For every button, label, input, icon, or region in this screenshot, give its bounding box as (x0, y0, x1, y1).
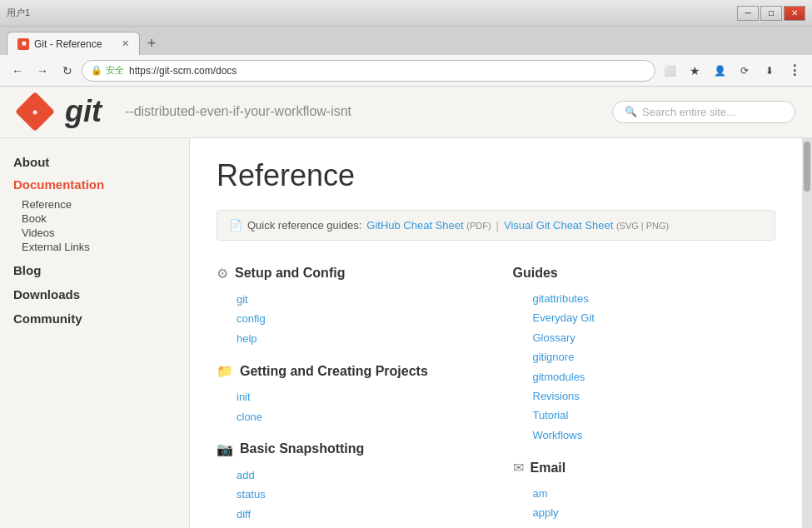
link-commit[interactable]: commit (237, 524, 480, 528)
link-git[interactable]: git (237, 290, 480, 309)
menu-button[interactable]: ⋮ (784, 60, 805, 82)
github-cheat-link[interactable]: GitHub Cheat Sheet (PDF) (366, 219, 491, 232)
minimize-button[interactable]: ─ (737, 6, 759, 21)
site-tagline: --distributed-even-if-your-workflow-isnt (125, 104, 351, 119)
git-logo-diamond: ◆ (17, 93, 53, 130)
scrollbar[interactable] (802, 138, 812, 528)
security-icon: 🔒 (91, 65, 102, 76)
history-button[interactable]: ⟳ (734, 60, 755, 82)
link-add[interactable]: add (237, 466, 480, 485)
reload-button[interactable]: ↻ (57, 60, 78, 82)
new-tab-button[interactable]: + (140, 32, 163, 55)
maximize-button[interactable]: □ (760, 6, 782, 21)
camera-icon: 📷 (217, 441, 233, 457)
site-search-box[interactable]: 🔍 Search entire site... (612, 101, 795, 123)
sidebar-item-videos[interactable]: Videos (22, 227, 176, 239)
user-label: 用户1 (7, 7, 30, 19)
email-icon: ✉ (513, 460, 524, 476)
active-tab[interactable]: ◆ Git - Reference ✕ (7, 32, 140, 55)
quick-ref-label: Quick reference guides: (247, 219, 361, 232)
link-clone[interactable]: clone (237, 407, 480, 426)
git-favicon-icon: ◆ (19, 38, 28, 47)
sidebar-downloads[interactable]: Downloads (13, 287, 176, 301)
guides-links: gitattributes Everyday Git Glossary giti… (533, 289, 776, 445)
link-diff[interactable]: diff (237, 505, 480, 524)
guides-header: Guides (513, 266, 776, 281)
link-gitattributes[interactable]: gitattributes (533, 289, 776, 308)
forward-button[interactable]: → (32, 60, 53, 82)
page-title: Reference (217, 158, 775, 193)
visual-git-link[interactable]: Visual Git Cheat Sheet (SVG | PNG) (504, 219, 669, 232)
getting-creating-title: Getting and Creating Projects (240, 364, 428, 379)
page-body: About Documentation Reference Book Video… (0, 138, 812, 528)
search-icon: 🔍 (625, 106, 637, 117)
main-content: Reference 📄 Quick reference guides: GitH… (190, 138, 802, 528)
sidebar-blog[interactable]: Blog (13, 263, 176, 277)
link-init[interactable]: init (237, 387, 480, 406)
sidebar-item-external-links[interactable]: External Links (22, 241, 176, 253)
sidebar-community[interactable]: Community (13, 311, 176, 326)
link-am[interactable]: am (533, 484, 776, 503)
address-bar[interactable]: 🔒 安全 https://git-scm.com/docs (82, 60, 655, 82)
sidebar-about[interactable]: About (13, 155, 176, 169)
link-status[interactable]: status (237, 485, 480, 504)
quick-ref-bar: 📄 Quick reference guides: GitHub Cheat S… (217, 210, 775, 241)
tab-favicon: ◆ (17, 38, 29, 50)
link-config[interactable]: config (237, 309, 480, 328)
content-columns: ⚙ Setup and Config git config help 📁 Get… (217, 261, 775, 528)
git-logo: ◆ git (17, 93, 102, 130)
link-apply[interactable]: apply (533, 503, 776, 522)
github-cheat-suffix: (PDF) (466, 221, 491, 231)
sidebar: About Documentation Reference Book Video… (0, 138, 190, 528)
link-gitmodules[interactable]: gitmodules (533, 367, 776, 386)
git-symbol-icon: ◆ (32, 108, 37, 116)
visual-git-suffix: (SVG | PNG) (616, 221, 669, 231)
documentation-label: Documentation (13, 177, 104, 192)
sidebar-item-book[interactable]: Book (22, 212, 176, 225)
setup-config-title: Setup and Config (235, 266, 345, 281)
getting-creating-links: init clone (237, 387, 480, 426)
link-format-patch[interactable]: format-patch (533, 523, 776, 528)
diamond-shape: ◆ (15, 92, 55, 132)
setup-config-links: git config help (237, 290, 480, 348)
full-page: ◆ git --distributed-even-if-your-workflo… (0, 87, 812, 528)
email-title: Email (531, 461, 566, 476)
cast-button[interactable]: ⬜ (659, 60, 680, 82)
nav-actions: ⬜ ★ 👤 ⟳ ⬇ ⋮ (659, 60, 805, 82)
tab-bar: ◆ Git - Reference ✕ + (0, 27, 812, 55)
back-button[interactable]: ← (7, 60, 28, 82)
link-revisions[interactable]: Revisions (533, 386, 776, 406)
visual-git-label: Visual Git Cheat Sheet (504, 219, 613, 232)
basic-snapshotting-title: Basic Snapshotting (240, 441, 364, 456)
getting-creating-header: 📁 Getting and Creating Projects (217, 363, 480, 379)
quick-ref-icon: 📄 (229, 219, 242, 232)
url-text: https://git-scm.com/docs (129, 65, 237, 77)
setup-config-header: ⚙ Setup and Config (217, 266, 480, 281)
sidebar-item-reference[interactable]: Reference (22, 198, 176, 211)
close-button[interactable]: ✕ (784, 6, 805, 21)
link-tutorial[interactable]: Tutorial (533, 406, 776, 425)
guides-title: Guides (513, 266, 558, 281)
tab-close-button[interactable]: ✕ (122, 38, 129, 49)
link-workflows[interactable]: Workflows (533, 426, 776, 445)
link-gitignore[interactable]: gitignore (533, 347, 776, 366)
link-help[interactable]: help (237, 329, 480, 348)
window-controls: ─ □ ✕ (737, 6, 805, 21)
link-everyday-git[interactable]: Everyday Git (533, 308, 776, 327)
folder-icon: 📁 (217, 363, 233, 379)
bookmark-button[interactable]: ★ (684, 60, 705, 82)
link-glossary[interactable]: Glossary (533, 328, 776, 347)
sidebar-documentation[interactable]: Documentation (13, 177, 176, 192)
profile-button[interactable]: 👤 (709, 60, 730, 82)
download-button[interactable]: ⬇ (759, 60, 780, 82)
email-header: ✉ Email (513, 460, 776, 476)
scrollbar-thumb[interactable] (804, 142, 810, 192)
navigation-bar: ← → ↻ 🔒 安全 https://git-scm.com/docs ⬜ ★ … (0, 55, 812, 87)
left-column: ⚙ Setup and Config git config help 📁 Get… (217, 261, 480, 528)
github-cheat-label: GitHub Cheat Sheet (366, 219, 463, 232)
search-placeholder: Search entire site... (642, 106, 735, 118)
title-bar: 用户1 ─ □ ✕ (0, 0, 812, 27)
separator: | (496, 219, 499, 232)
basic-snapshotting-links: add status diff commit (237, 466, 480, 528)
right-column: Guides gitattributes Everyday Git Glossa… (513, 261, 776, 528)
